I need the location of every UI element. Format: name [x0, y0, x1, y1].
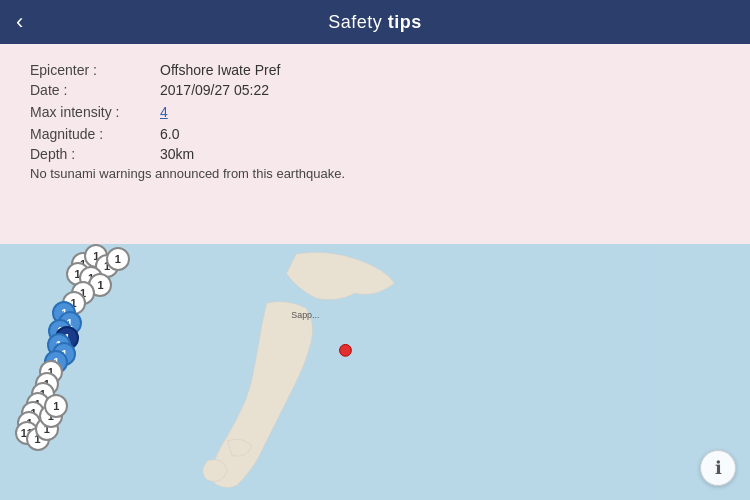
- magnitude-row: Magnitude : 6.0: [30, 126, 720, 142]
- depth-label: Depth :: [30, 146, 160, 162]
- date-label: Date :: [30, 82, 160, 98]
- depth-value: 30km: [160, 146, 194, 162]
- date-row: Date : 2017/09/27 05:22: [30, 82, 720, 98]
- title-tips: tips: [382, 12, 422, 32]
- magnitude-value: 6.0: [160, 126, 179, 142]
- app-header: ‹ Safety tips: [0, 0, 750, 44]
- back-button[interactable]: ‹: [16, 11, 23, 33]
- epicenter-row: Epicenter : Offshore Iwate Pref: [30, 62, 720, 78]
- map-marker: 1: [44, 394, 68, 418]
- title-safety: Safety: [328, 12, 382, 32]
- epicenter-label: Epicenter :: [30, 62, 160, 78]
- info-button[interactable]: ℹ: [700, 450, 736, 486]
- depth-row: Depth : 30km: [30, 146, 720, 162]
- max-intensity-label: Max intensity :: [30, 104, 160, 120]
- max-intensity-row: Max intensity : 4: [30, 104, 720, 120]
- epicenter-value: Offshore Iwate Pref: [160, 62, 280, 78]
- tsunami-note: No tsunami warnings announced from this …: [30, 166, 720, 181]
- header-title: Safety tips: [328, 12, 422, 33]
- map-marker: 1: [106, 247, 130, 271]
- map-area[interactable]: Sapp... 1111111111111111111111111111 ℹ: [0, 244, 750, 500]
- magnitude-label: Magnitude :: [30, 126, 160, 142]
- info-panel: Epicenter : Offshore Iwate Pref Date : 2…: [0, 44, 750, 244]
- markers-container: 1111111111111111111111111111: [0, 244, 750, 500]
- max-intensity-value[interactable]: 4: [160, 104, 168, 120]
- date-value: 2017/09/27 05:22: [160, 82, 269, 98]
